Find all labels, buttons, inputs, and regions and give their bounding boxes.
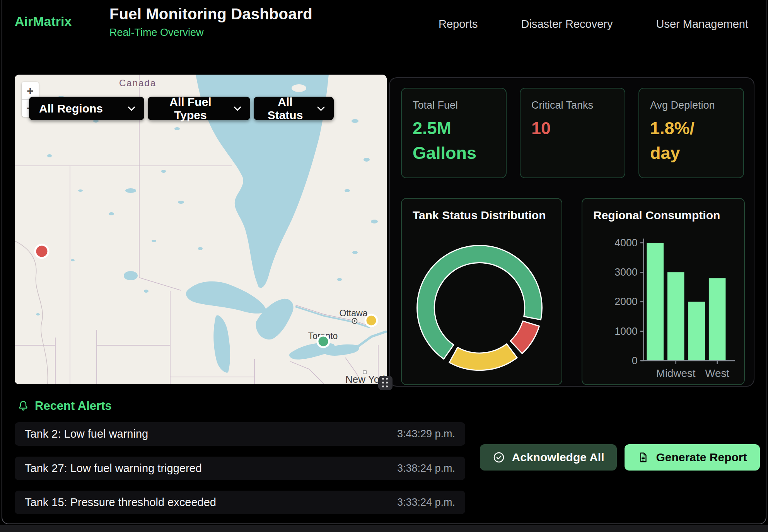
y-tick-label: 4000 [614, 237, 637, 249]
bottom-strip [0, 525, 768, 532]
bar-region-1 [647, 243, 664, 361]
alert-timestamp: 3:33:24 p.m. [397, 496, 455, 508]
tank-marker-warning[interactable] [365, 315, 377, 326]
stat-label: Total Fuel [413, 99, 495, 111]
stat-label: Critical Tanks [531, 99, 614, 111]
stats-row: Total Fuel 2.5M Gallons Critical Tanks 1… [401, 88, 744, 178]
x-tick-label: Midwest [656, 367, 696, 379]
acknowledge-all-button[interactable]: Acknowledge All [480, 444, 617, 471]
nav-item-reports[interactable]: Reports [439, 18, 478, 31]
header: AirMatrix Fuel Monitoring Dashboard Real… [0, 0, 768, 48]
page-title: Fuel Monitoring Dashboard [109, 5, 312, 23]
donut-segment-critical [510, 321, 539, 353]
regional-consumption-chart-card: Regional Consumption 01000200030004000Mi… [582, 198, 745, 385]
charts-row: Tank Status Distribution Regional Consum… [401, 198, 745, 385]
alert-message: Tank 15: Pressure threshold exceeded [25, 496, 216, 509]
stat-value-line: Gallons [413, 141, 495, 165]
chevron-down-icon [127, 106, 136, 111]
alert-timestamp: 3:43:29 p.m. [397, 428, 455, 440]
acknowledge-all-label: Acknowledge All [512, 451, 604, 464]
tank-marker-normal[interactable] [317, 336, 329, 347]
alert-message: Tank 27: Low fuel warning triggered [25, 462, 202, 475]
alert-row[interactable]: Tank 2: Low fuel warning 3:43:29 p.m. [15, 422, 465, 446]
bar-region-3 [688, 302, 705, 361]
map-label-canada: Canada [119, 78, 156, 88]
region-filter-dropdown[interactable]: All Regions [29, 97, 144, 120]
stat-value-total-fuel: 2.5M Gallons [413, 116, 495, 165]
fuel-type-filter-dropdown[interactable]: All Fuel Types [148, 97, 250, 120]
map-label-ottawa: Ottawa [340, 308, 368, 318]
chevron-down-icon [233, 106, 242, 111]
x-tick-label: West [705, 367, 729, 379]
stat-value-line: 1.8%/ [650, 116, 732, 141]
alert-message: Tank 2: Low fuel warning [25, 428, 148, 440]
generate-report-label: Generate Report [656, 451, 747, 464]
stat-label: Avg Depletion [650, 99, 732, 111]
y-tick-label: 3000 [614, 266, 637, 278]
y-tick-label: 1000 [614, 326, 637, 337]
alert-row[interactable]: Tank 15: Pressure threshold exceeded 3:3… [15, 491, 465, 514]
alert-timestamp: 3:38:24 p.m. [397, 462, 455, 474]
map-island [292, 84, 306, 92]
stat-card-total-fuel: Total Fuel 2.5M Gallons [401, 88, 507, 178]
page-subtitle: Real-Time Overview [109, 27, 312, 39]
regional-consumption-bar-chart: 01000200030004000MidwestWest [582, 199, 744, 384]
dashboard-page: AirMatrix Fuel Monitoring Dashboard Real… [0, 0, 768, 532]
bar-west [709, 278, 726, 361]
map-resize-handle[interactable] [378, 376, 393, 390]
status-filter-dropdown[interactable]: All Status [254, 97, 334, 120]
alerts-header: Recent Alerts [17, 399, 112, 413]
stat-card-critical-tanks: Critical Tanks 10 [520, 88, 625, 178]
nav-item-user-management[interactable]: User Management [656, 18, 748, 31]
title-block: Fuel Monitoring Dashboard Real-Time Over… [109, 5, 312, 39]
main-nav: Reports Disaster Recovery User Managemen… [439, 0, 748, 48]
stat-card-avg-depletion: Avg Depletion 1.8%/ day [638, 88, 744, 178]
stat-value-critical-tanks: 10 [531, 116, 614, 141]
alerts-title: Recent Alerts [35, 399, 112, 413]
stat-value-line: day [650, 141, 732, 165]
tank-status-donut-chart [402, 199, 561, 384]
tank-status-chart-card: Tank Status Distribution [401, 198, 562, 385]
stat-value-line: 10 [531, 116, 614, 141]
bar-midwest [667, 272, 684, 361]
map[interactable]: Canada Ottawa Toronto New York + − All R… [15, 75, 387, 384]
region-filter-label: All Regions [39, 102, 103, 115]
fuel-type-filter-label: All Fuel Types [158, 95, 223, 122]
map-filter-bar: All Regions All Fuel Types All Status [29, 97, 334, 120]
chevron-down-icon [317, 106, 325, 111]
donut-segment-warning [449, 344, 517, 370]
stat-value-line: 2.5M [413, 116, 495, 141]
tank-marker-critical[interactable] [35, 245, 48, 258]
bell-icon [17, 400, 29, 412]
y-tick-label: 2000 [614, 296, 637, 307]
status-filter-label: All Status [264, 95, 307, 122]
metrics-panel: Total Fuel 2.5M Gallons Critical Tanks 1… [389, 77, 754, 387]
alert-row[interactable]: Tank 27: Low fuel warning triggered 3:38… [15, 457, 465, 480]
check-circle-icon [493, 451, 505, 464]
brand-logo[interactable]: AirMatrix [15, 14, 72, 29]
y-tick-label: 0 [632, 355, 638, 367]
generate-report-button[interactable]: Generate Report [625, 444, 760, 471]
ottawa-town-icon [352, 319, 357, 324]
document-icon [637, 452, 649, 463]
stat-value-avg-depletion: 1.8%/ day [650, 116, 732, 165]
nav-item-disaster-recovery[interactable]: Disaster Recovery [521, 18, 613, 31]
